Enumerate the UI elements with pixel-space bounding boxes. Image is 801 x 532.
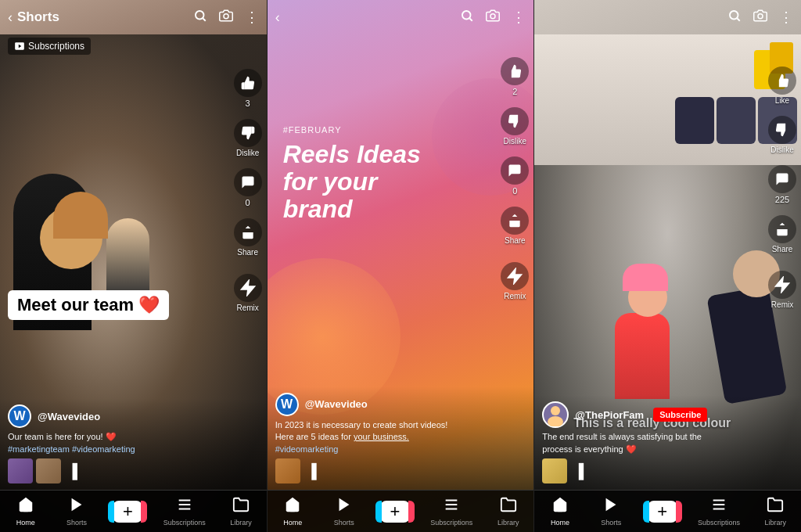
svg-marker-12 xyxy=(508,269,522,283)
dislike-button[interactable]: Dislike xyxy=(234,119,262,157)
panel-2-dislike-button[interactable]: Dislike xyxy=(501,107,529,146)
panel-3-thumb-strip: ▐ xyxy=(542,458,793,487)
panel-2-comment-count: 0 xyxy=(512,186,517,196)
nav-home[interactable]: Home xyxy=(10,496,41,527)
panel-3-subscriptions-label: Subscriptions xyxy=(698,519,740,527)
panel-3-action-buttons: Like Dislike 225 xyxy=(768,66,796,309)
panel-1-username[interactable]: @Wavevideo xyxy=(38,411,100,422)
panel-3-nav-add[interactable]: + xyxy=(647,501,678,523)
panel-3-more-indicator: ▐ xyxy=(570,463,584,480)
panel-3-add-button[interactable]: + xyxy=(648,501,677,523)
remix-label: Remix xyxy=(237,304,259,312)
panel-3-comment-count: 225 xyxy=(775,195,789,204)
panel-2-shorts-label: Shorts xyxy=(334,519,354,527)
subscriptions-label: Subscriptions xyxy=(28,41,84,52)
camera-icon[interactable] xyxy=(218,9,234,27)
back-button[interactable]: ‹ xyxy=(8,9,13,26)
search-icon[interactable] xyxy=(193,9,207,27)
panel-2-search-icon[interactable] xyxy=(460,9,474,27)
more-icon[interactable]: ⋮ xyxy=(245,9,259,26)
panel-2-nav-shorts[interactable]: Shorts xyxy=(329,496,360,527)
panel-1-thumb-strip: ▐ xyxy=(8,458,259,487)
svg-point-2 xyxy=(224,13,228,18)
panel-3-nav-library[interactable]: Library xyxy=(760,496,791,527)
like-count: 3 xyxy=(246,99,250,108)
panel-1-action-buttons: 3 Dislike 0 xyxy=(234,69,262,312)
panel-2-remix-label: Remix xyxy=(504,292,526,300)
panel-2-comment-button[interactable]: 0 xyxy=(501,156,529,196)
comment-button[interactable]: 0 xyxy=(234,168,262,207)
panel-3-nav-subscriptions[interactable]: Subscriptions xyxy=(698,496,740,527)
add-button[interactable]: + xyxy=(113,501,142,523)
panel-3-username[interactable]: @ThePiorFam xyxy=(575,409,644,421)
panel-3: ⋮ This is a really cool colour Like xyxy=(534,0,801,532)
panel-2-shorts-icon xyxy=(336,496,353,517)
panel-2-link[interactable]: your business. xyxy=(354,432,409,441)
thumb-2 xyxy=(36,458,61,483)
subscriptions-badge[interactable]: Subscriptions xyxy=(8,38,91,55)
nav-shorts[interactable]: Shorts xyxy=(61,496,92,527)
panel-2-username[interactable]: @Wavevideo xyxy=(305,398,368,410)
panel-2-like-button[interactable]: 2 xyxy=(501,57,529,96)
panel-3-home-icon xyxy=(551,496,569,517)
library-label: Library xyxy=(230,519,252,527)
like-button[interactable]: 3 xyxy=(234,69,262,108)
panel-3-dislike-label: Dislike xyxy=(770,146,793,154)
avatar-letter: W xyxy=(13,409,25,423)
nav-subscriptions[interactable]: Subscriptions xyxy=(163,496,206,527)
panel-2-nav-subscriptions[interactable]: Subscriptions xyxy=(430,496,472,527)
panel-2-share-button[interactable]: Share xyxy=(501,207,529,245)
panel-2-back-button[interactable]: ‹ xyxy=(275,9,280,26)
panel-2-camera-icon[interactable] xyxy=(485,9,501,27)
panel-1-video-area: Meet our team ❤️ 3 Dislike xyxy=(0,58,267,398)
panel-3-camera-icon[interactable] xyxy=(753,9,768,27)
panel-2-nav-home[interactable]: Home xyxy=(277,496,308,527)
remix-button[interactable]: Remix xyxy=(234,274,262,312)
svg-line-1 xyxy=(203,18,205,20)
nav-add[interactable]: + xyxy=(112,501,143,523)
panel-1-topbar-right: ⋮ xyxy=(193,9,259,27)
panel-3-shorts-icon xyxy=(602,496,620,517)
panel-3-like-icon xyxy=(768,66,796,95)
panel-3-more-icon[interactable]: ⋮ xyxy=(779,9,793,26)
panel-3-comment-button[interactable]: 225 xyxy=(768,165,796,204)
panel-2-home-label: Home xyxy=(283,519,302,527)
share-button[interactable]: Share xyxy=(234,218,262,257)
more-thumbs: ▐ xyxy=(64,463,77,480)
panel-3-like-label: Like xyxy=(775,96,789,105)
panel-3-bottom-nav: Home Shorts + Subscriptions xyxy=(534,490,801,532)
panel-3-nav-shorts[interactable]: Shorts xyxy=(595,496,627,527)
panel-1-topbar-left: ‹ Shorts xyxy=(8,9,193,26)
panel-2-home-icon xyxy=(284,496,301,517)
nav-library[interactable]: Library xyxy=(225,496,257,527)
home-icon xyxy=(17,496,34,517)
subscriptions-bar: Subscriptions xyxy=(0,34,267,58)
panel-2-avatar-letter: W xyxy=(281,397,293,412)
panel-3-video-area: Like Dislike 225 xyxy=(534,34,801,395)
share-label: Share xyxy=(237,248,258,257)
panel-2-add-button[interactable]: + xyxy=(380,501,410,523)
panel-2-more-icon[interactable]: ⋮ xyxy=(512,9,526,26)
panel-2-remix-icon xyxy=(501,262,529,290)
panel-3-nav-home[interactable]: Home xyxy=(544,496,576,527)
panel-3-remix-button[interactable]: Remix xyxy=(768,271,796,309)
comment-icon xyxy=(234,168,262,196)
like-icon xyxy=(234,69,262,97)
panel-2-nav-add[interactable]: + xyxy=(379,501,411,523)
panel-2-remix-button[interactable]: Remix xyxy=(501,262,529,300)
panel-2-library-icon xyxy=(500,496,517,517)
panel-2-comment-icon xyxy=(501,156,529,185)
panel-2-subscriptions-icon xyxy=(443,496,460,517)
panel-3-bottom-info: @ThePiorFam Subscribe The end result is … xyxy=(534,395,801,490)
library-icon xyxy=(232,496,250,517)
panel-3-dislike-button[interactable]: Dislike xyxy=(768,116,796,154)
subscribe-button[interactable]: Subscribe xyxy=(653,408,707,422)
panel-3-search-icon[interactable] xyxy=(727,9,742,27)
svg-point-0 xyxy=(196,11,204,20)
svg-line-15 xyxy=(738,18,740,20)
panel-3-like-button[interactable]: Like xyxy=(768,66,796,105)
panel-3-share-button[interactable]: Share xyxy=(768,215,796,253)
panel-3-topbar-right: ⋮ xyxy=(727,9,793,27)
panel-2-nav-library[interactable]: Library xyxy=(493,496,524,527)
panel-1: ‹ Shorts ⋮ Subscriptions xyxy=(0,0,268,532)
